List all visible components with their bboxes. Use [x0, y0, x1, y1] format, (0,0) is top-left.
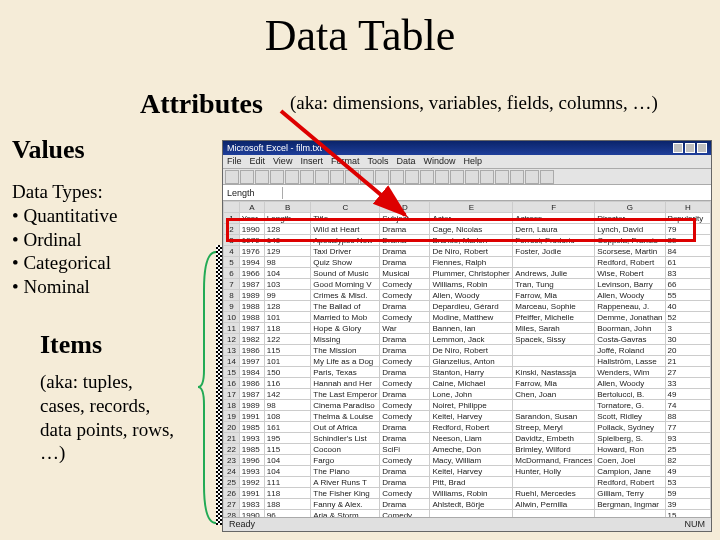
- cell[interactable]: 111: [264, 477, 310, 488]
- cell[interactable]: Hallström, Lasse: [595, 356, 665, 367]
- row-header[interactable]: 20: [224, 422, 240, 433]
- cell[interactable]: Bergman, Ingmar: [595, 499, 665, 510]
- cell[interactable]: 1987: [239, 323, 264, 334]
- cell[interactable]: Brimley, Wilford: [513, 444, 595, 455]
- cell[interactable]: 118: [264, 323, 310, 334]
- toolbar-button[interactable]: [240, 170, 254, 184]
- menu-insert[interactable]: Insert: [300, 156, 323, 167]
- cell[interactable]: Comedy: [380, 488, 430, 499]
- cell[interactable]: 1993: [239, 433, 264, 444]
- cell[interactable]: 1991: [239, 488, 264, 499]
- cell[interactable]: 3: [665, 323, 710, 334]
- toolbar-button[interactable]: [510, 170, 524, 184]
- cell[interactable]: Coen, Joel: [595, 455, 665, 466]
- row-header[interactable]: 28: [224, 510, 240, 518]
- cell[interactable]: Plummer, Christopher: [430, 268, 513, 279]
- cell[interactable]: 53: [665, 477, 710, 488]
- cell[interactable]: 30: [665, 334, 710, 345]
- cell[interactable]: 1990: [239, 224, 264, 235]
- toolbar-button[interactable]: [375, 170, 389, 184]
- cell[interactable]: Williams, Robin: [430, 279, 513, 290]
- toolbar-button[interactable]: [255, 170, 269, 184]
- toolbar-button[interactable]: [435, 170, 449, 184]
- cell[interactable]: Paris, Texas: [311, 367, 380, 378]
- cell[interactable]: 99: [264, 290, 310, 301]
- cell[interactable]: 39: [665, 499, 710, 510]
- cell[interactable]: A River Runs T: [311, 477, 380, 488]
- cell[interactable]: De Niro, Robert: [430, 345, 513, 356]
- cell[interactable]: [513, 345, 595, 356]
- cell[interactable]: Kinski, Nastassja: [513, 367, 595, 378]
- cell[interactable]: 129: [264, 246, 310, 257]
- cell[interactable]: 98: [264, 400, 310, 411]
- excel-grid[interactable]: ABCDEFGH1YearLengthTitleSubjectActorActr…: [223, 201, 711, 517]
- cell[interactable]: The Mission: [311, 345, 380, 356]
- cell[interactable]: 52: [665, 312, 710, 323]
- cell[interactable]: 40: [665, 301, 710, 312]
- cell[interactable]: Tran, Tung: [513, 279, 595, 290]
- cell[interactable]: [513, 477, 595, 488]
- minimize-button[interactable]: [673, 143, 683, 153]
- cell[interactable]: Lone, John: [430, 389, 513, 400]
- toolbar-button[interactable]: [495, 170, 509, 184]
- cell[interactable]: 150: [264, 367, 310, 378]
- cell[interactable]: Comedy: [380, 290, 430, 301]
- cell[interactable]: War: [380, 323, 430, 334]
- cell[interactable]: Drama: [380, 246, 430, 257]
- cell[interactable]: Wenders, Wim: [595, 367, 665, 378]
- cell[interactable]: Drama: [380, 334, 430, 345]
- cell[interactable]: 1985: [239, 422, 264, 433]
- cell[interactable]: Tornatore, G.: [595, 400, 665, 411]
- cell[interactable]: Hunter, Holly: [513, 466, 595, 477]
- cell[interactable]: Drama: [380, 433, 430, 444]
- cell[interactable]: 98: [264, 257, 310, 268]
- cell[interactable]: 85: [665, 235, 710, 246]
- cell[interactable]: Comedy: [380, 312, 430, 323]
- cell[interactable]: Drama: [380, 224, 430, 235]
- row-header[interactable]: 12: [224, 334, 240, 345]
- cell[interactable]: Fanny & Alex.: [311, 499, 380, 510]
- cell[interactable]: 101: [264, 356, 310, 367]
- toolbar-button[interactable]: [270, 170, 284, 184]
- cell[interactable]: Keitel, Harvey: [430, 411, 513, 422]
- menu-format[interactable]: Format: [331, 156, 360, 167]
- row-header[interactable]: 24: [224, 466, 240, 477]
- cell[interactable]: Rappeneau, J.: [595, 301, 665, 312]
- cell[interactable]: Sound of Music: [311, 268, 380, 279]
- menu-edit[interactable]: Edit: [250, 156, 266, 167]
- cell[interactable]: Drama: [380, 466, 430, 477]
- cell[interactable]: 122: [264, 334, 310, 345]
- cell[interactable]: Wise, Robert: [595, 268, 665, 279]
- toolbar-button[interactable]: [450, 170, 464, 184]
- cell[interactable]: Howard, Ron: [595, 444, 665, 455]
- cell[interactable]: Fargo: [311, 455, 380, 466]
- cell[interactable]: Miles, Sarah: [513, 323, 595, 334]
- menu-file[interactable]: File: [227, 156, 242, 167]
- cell[interactable]: Comedy: [380, 279, 430, 290]
- cell[interactable]: Neeson, Liam: [430, 433, 513, 444]
- cell[interactable]: Scott, Ridley: [595, 411, 665, 422]
- cell[interactable]: The Last Emperor: [311, 389, 380, 400]
- cell[interactable]: Musical: [380, 268, 430, 279]
- toolbar-button[interactable]: [390, 170, 404, 184]
- cell[interactable]: 1989: [239, 400, 264, 411]
- cell[interactable]: The Fisher King: [311, 488, 380, 499]
- col-header[interactable]: C: [311, 202, 380, 213]
- cell[interactable]: Drama: [380, 235, 430, 246]
- cell[interactable]: Demme, Jonathan: [595, 312, 665, 323]
- toolbar-button[interactable]: [300, 170, 314, 184]
- cell[interactable]: Campion, Jane: [595, 466, 665, 477]
- cell[interactable]: Ameche, Don: [430, 444, 513, 455]
- cell[interactable]: 1984: [239, 367, 264, 378]
- cell[interactable]: 1991: [239, 411, 264, 422]
- cell[interactable]: 1983: [239, 499, 264, 510]
- row-header[interactable]: 26: [224, 488, 240, 499]
- cell[interactable]: Brando, Marlon: [430, 235, 513, 246]
- cell[interactable]: Comedy: [380, 510, 430, 518]
- cell[interactable]: 21: [665, 356, 710, 367]
- header-cell[interactable]: Director: [595, 213, 665, 224]
- row-header[interactable]: 17: [224, 389, 240, 400]
- excel-menubar[interactable]: FileEditViewInsertFormatToolsDataWindowH…: [223, 155, 711, 169]
- cell[interactable]: 83: [665, 268, 710, 279]
- cell[interactable]: Comedy: [380, 411, 430, 422]
